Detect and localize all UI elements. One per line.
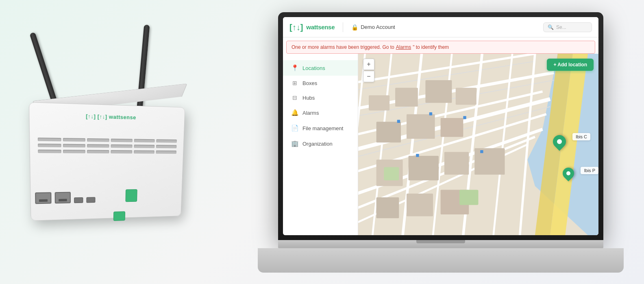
port-usb-1 xyxy=(74,197,83,203)
search-placeholder: Se... xyxy=(556,24,566,30)
device-body: [↑↓] wattsense xyxy=(29,102,185,221)
device-slots xyxy=(34,138,180,156)
svg-rect-40 xyxy=(463,116,466,119)
alert-banner: One or more alarms have been triggered. … xyxy=(286,41,595,54)
port-row xyxy=(35,189,137,204)
svg-rect-27 xyxy=(407,114,435,139)
sidebar-label-alarms: Alarms xyxy=(302,110,319,116)
account-section: 🔒 Demo Account xyxy=(351,24,395,31)
alarms-icon: 🔔 xyxy=(291,109,298,116)
zoom-in-button[interactable]: + xyxy=(363,59,374,70)
svg-rect-31 xyxy=(444,152,469,175)
svg-rect-24 xyxy=(425,80,452,103)
port-green-block-2 xyxy=(113,211,125,221)
file-icon: 📄 xyxy=(291,125,298,132)
app-header: [↑↓] wattsense 🔒 Demo Account 🔍 Se... xyxy=(283,17,598,37)
map-marker-2-label: Ibis P xyxy=(581,167,598,174)
svg-rect-36 xyxy=(459,190,478,205)
laptop: [↑↓] wattsense 🔒 Demo Account 🔍 Se... xyxy=(258,12,624,273)
location-icon: 📍 xyxy=(291,64,298,72)
laptop-base-bottom xyxy=(258,248,624,273)
svg-rect-39 xyxy=(429,112,432,115)
alert-message-end: " to identify them xyxy=(413,44,449,50)
sidebar-label-file-management: File management xyxy=(302,125,343,131)
svg-rect-30 xyxy=(409,156,439,180)
svg-rect-37 xyxy=(384,167,399,181)
map-marker-1-label: Ibis C xyxy=(572,133,590,140)
svg-rect-22 xyxy=(369,95,389,110)
app-body: 📍 Locations ⊞ Boxes ⊟ Hubs 🔔 Alarms xyxy=(283,54,598,235)
search-icon: 🔍 xyxy=(548,24,554,30)
hubs-icon: ⊟ xyxy=(291,94,298,101)
svg-rect-38 xyxy=(397,120,400,123)
svg-rect-32 xyxy=(474,148,505,175)
search-bar[interactable]: 🔍 Se... xyxy=(543,22,592,32)
sidebar-item-locations[interactable]: 📍 Locations xyxy=(283,60,358,76)
sidebar-label-hubs: Hubs xyxy=(302,95,315,101)
sidebar-item-organization[interactable]: 🏢 Organization xyxy=(283,136,358,151)
org-icon: 🏢 xyxy=(291,140,298,147)
port-rj45-1 xyxy=(35,192,51,204)
sidebar-label-organization: Organization xyxy=(302,141,333,147)
map-controls: + − xyxy=(363,59,374,82)
laptop-screen: [↑↓] wattsense 🔒 Demo Account 🔍 Se... xyxy=(283,17,598,235)
svg-rect-33 xyxy=(376,197,399,218)
sidebar-label-boxes: Boxes xyxy=(302,80,317,86)
map-background: + − Ibis C Ibis P + Add location xyxy=(358,54,598,235)
logo-sense: sense xyxy=(318,24,335,31)
account-label: Demo Account xyxy=(361,24,395,30)
sidebar-label-locations: Locations xyxy=(302,65,325,71)
sidebar-item-boxes[interactable]: ⊞ Boxes xyxy=(283,76,358,90)
hardware-device: [↑↓] wattsense xyxy=(8,24,228,260)
svg-rect-26 xyxy=(376,122,401,142)
logo-icon: [↑↓] xyxy=(289,23,303,31)
app-logo: [↑↓] wattsense xyxy=(289,23,335,31)
boxes-icon: ⊞ xyxy=(291,80,298,86)
laptop-screen-bezel: [↑↓] wattsense 🔒 Demo Account 🔍 Se... xyxy=(278,12,603,240)
sidebar-item-file-management[interactable]: 📄 File management xyxy=(283,120,358,136)
svg-rect-41 xyxy=(416,154,419,157)
svg-rect-28 xyxy=(441,118,463,137)
laptop-hinge xyxy=(416,240,465,243)
zoom-out-button[interactable]: − xyxy=(363,71,374,82)
svg-rect-25 xyxy=(456,88,476,105)
port-rj45-2 xyxy=(55,192,71,204)
logo-watt: watt xyxy=(306,24,318,31)
map-container: + − Ibis C Ibis P + Add location xyxy=(358,54,598,235)
port-green-block-1 xyxy=(125,189,137,202)
sidebar: 📍 Locations ⊞ Boxes ⊟ Hubs 🔔 Alarms xyxy=(283,54,358,235)
svg-rect-42 xyxy=(480,150,483,153)
sidebar-item-hubs[interactable]: ⊟ Hubs xyxy=(283,90,358,105)
alert-message: One or more alarms have been triggered. … xyxy=(292,44,394,50)
logo-text: wattsense xyxy=(306,24,335,31)
sidebar-item-alarms[interactable]: 🔔 Alarms xyxy=(283,105,358,120)
laptop-base-top xyxy=(278,240,603,248)
alarms-link[interactable]: Alarms xyxy=(396,44,411,50)
port-usb-2 xyxy=(86,197,95,203)
svg-rect-34 xyxy=(407,194,433,216)
device-logo: [↑↓] wattsense xyxy=(86,113,136,121)
svg-rect-23 xyxy=(395,88,418,107)
header-divider xyxy=(343,22,343,32)
add-location-button[interactable]: + Add location xyxy=(547,59,594,71)
lock-icon: 🔒 xyxy=(351,24,358,31)
laptop-base xyxy=(258,240,624,273)
